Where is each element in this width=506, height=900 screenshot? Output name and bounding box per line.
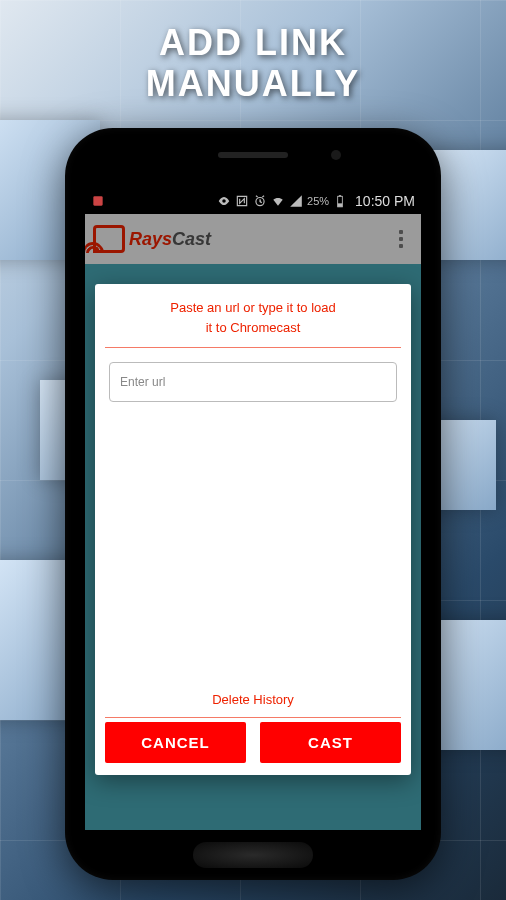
svg-rect-4 — [339, 195, 341, 196]
dialog-history-area — [105, 402, 401, 682]
notification-icon — [91, 194, 105, 208]
phone-screen: 25% 10:50 PM RaysCast Paste an url or ty… — [85, 188, 421, 830]
cast-button[interactable]: CAST — [260, 722, 401, 763]
url-input[interactable]: Enter url — [109, 362, 397, 402]
app-title-suffix: Cast — [172, 229, 211, 249]
app-title: RaysCast — [129, 229, 211, 250]
dialog-title: Paste an url or type it to load it to Ch… — [105, 298, 401, 347]
nfc-icon — [235, 194, 249, 208]
phone-home-button — [193, 842, 313, 868]
dialog-backdrop: Paste an url or type it to load it to Ch… — [85, 264, 421, 830]
promo-heading-line2: MANUALLY — [0, 63, 506, 104]
delete-history-link[interactable]: Delete History — [105, 682, 401, 717]
phone-frame: 25% 10:50 PM RaysCast Paste an url or ty… — [65, 128, 441, 880]
cast-icon — [93, 225, 125, 253]
cancel-button[interactable]: CANCEL — [105, 722, 246, 763]
dialog-title-line2: it to Chromecast — [105, 318, 401, 338]
add-link-dialog: Paste an url or type it to load it to Ch… — [95, 284, 411, 775]
status-left — [91, 194, 105, 208]
dialog-title-line1: Paste an url or type it to load — [105, 298, 401, 318]
wifi-icon — [271, 194, 285, 208]
svg-rect-3 — [338, 203, 343, 207]
svg-rect-0 — [93, 196, 102, 205]
overflow-menu-button[interactable] — [389, 225, 413, 253]
promo-heading-line1: ADD LINK — [0, 22, 506, 63]
eye-icon — [217, 194, 231, 208]
dialog-divider — [105, 347, 401, 348]
dialog-button-row: CANCEL CAST — [105, 722, 401, 763]
dialog-divider-bottom — [105, 717, 401, 718]
battery-percent: 25% — [307, 195, 329, 207]
signal-icon — [289, 194, 303, 208]
alarm-icon — [253, 194, 267, 208]
status-clock: 10:50 PM — [355, 193, 415, 209]
app-title-prefix: Rays — [129, 229, 172, 249]
android-statusbar: 25% 10:50 PM — [85, 188, 421, 214]
promo-heading: ADD LINK MANUALLY — [0, 0, 506, 105]
app-toolbar: RaysCast — [85, 214, 421, 264]
battery-icon — [333, 194, 347, 208]
